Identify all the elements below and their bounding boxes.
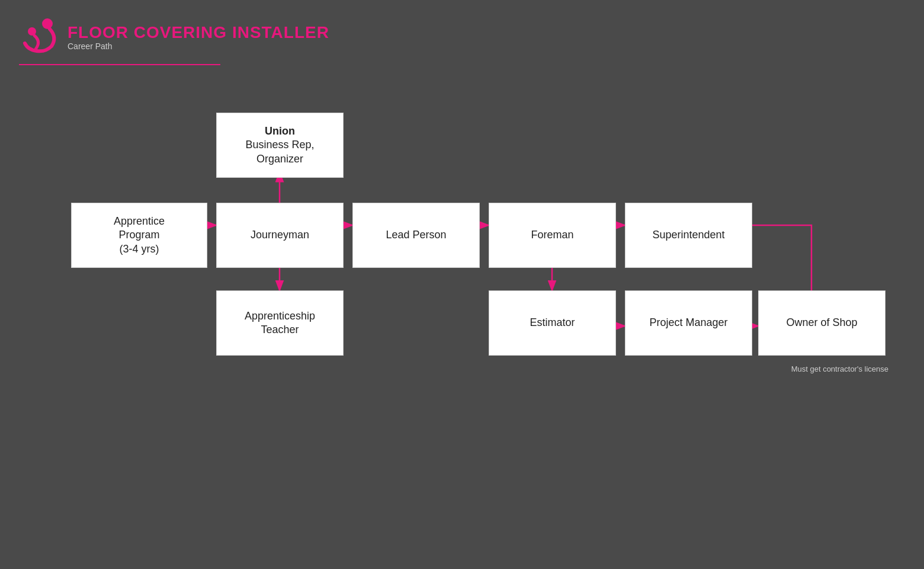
union-box: Union Business Rep, Organizer: [216, 113, 344, 178]
journeyman-box: Journeyman: [216, 203, 344, 268]
logo-icon: [19, 17, 60, 58]
apprentice-program-line2: Program: [114, 228, 165, 242]
apprentice-program-box: Apprentice Program (3-4 yrs): [71, 203, 207, 268]
superintendent-label: Superintendent: [652, 228, 724, 242]
apprenticeship-teacher-line2: Teacher: [245, 323, 315, 337]
lead-person-label: Lead Person: [386, 228, 446, 242]
header-text: FLOOR COVERING INSTALLER Career Path: [68, 24, 329, 52]
header: FLOOR COVERING INSTALLER Career Path: [19, 17, 329, 58]
project-manager-box: Project Manager: [625, 290, 752, 356]
project-manager-label: Project Manager: [649, 316, 727, 330]
estimator-box: Estimator: [489, 290, 616, 356]
apprenticeship-teacher-line1: Apprenticeship: [245, 309, 315, 323]
union-box-line2: Business Rep,: [245, 138, 314, 152]
header-subtitle: Career Path: [68, 41, 329, 51]
apprentice-program-line1: Apprentice: [114, 215, 165, 228]
foreman-label: Foreman: [531, 228, 573, 242]
journeyman-label: Journeyman: [251, 228, 309, 242]
superintendent-box: Superintendent: [625, 203, 752, 268]
foreman-box: Foreman: [489, 203, 616, 268]
owner-of-shop-box: Owner of Shop: [758, 290, 886, 356]
estimator-label: Estimator: [530, 316, 575, 330]
owner-of-shop-label: Owner of Shop: [786, 316, 857, 330]
header-title: FLOOR COVERING INSTALLER: [68, 24, 329, 42]
svg-point-0: [42, 18, 53, 29]
lead-person-box: Lead Person: [352, 203, 480, 268]
career-path-diagram: Union Business Rep, Organizer Apprentice…: [36, 107, 888, 415]
header-line: [19, 64, 220, 65]
contractor-note: Must get contractor's license: [687, 365, 888, 373]
apprenticeship-teacher-box: Apprenticeship Teacher: [216, 290, 344, 356]
union-box-title: Union: [245, 124, 314, 138]
union-box-line3: Organizer: [245, 152, 314, 166]
apprentice-program-line3: (3-4 yrs): [114, 242, 165, 256]
